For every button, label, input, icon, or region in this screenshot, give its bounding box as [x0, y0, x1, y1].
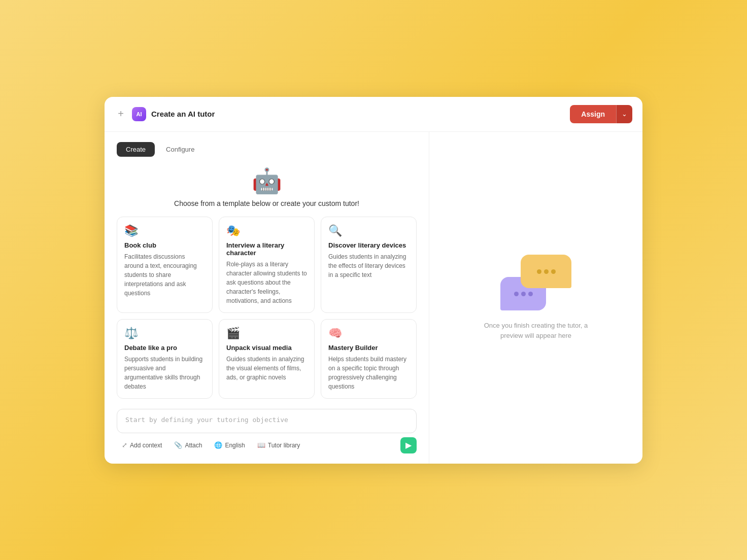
cards-grid: 📚 Book club Facilitates discussions arou… [117, 217, 417, 399]
ai-badge: AI [132, 107, 146, 121]
card-interview[interactable]: 🎭 Interview a literary character Role-pl… [219, 217, 315, 313]
dot-1 [514, 292, 519, 296]
modal: + AI Create an AI tutor Assign ⌄ Create … [105, 97, 642, 464]
card-book-club[interactable]: 📚 Book club Facilitates discussions arou… [117, 217, 213, 313]
hero-text: Choose from a template below or create y… [174, 199, 359, 207]
book-club-icon: 📚 [124, 224, 205, 237]
card-literary-devices-title: Discover literary devices [328, 241, 409, 249]
language-icon: 🌐 [214, 441, 222, 449]
card-mastery-builder[interactable]: 🧠 Mastery Builder Helps students build m… [321, 319, 417, 399]
interview-icon: 🎭 [226, 224, 307, 237]
modal-body: Create Configure 🤖 Choose from a templat… [105, 132, 642, 464]
robot-icon: 🤖 [252, 167, 282, 195]
attach-label: Attach [185, 442, 202, 449]
left-panel: Create Configure 🤖 Choose from a templat… [105, 132, 429, 464]
dot-2 [521, 292, 526, 296]
card-interview-title: Interview a literary character [226, 241, 307, 257]
assign-btn-group: Assign ⌄ [570, 105, 632, 123]
input-area: ⤢ Add context 📎 Attach 🌐 English 📖 Tutor… [117, 409, 417, 453]
card-debate-desc: Supports students in building persuasive… [124, 355, 205, 391]
tab-row: Create Configure [117, 142, 417, 157]
hero-section: 🤖 Choose from a template below or create… [117, 167, 417, 207]
dot-3 [528, 292, 533, 296]
card-literary-devices[interactable]: 🔍 Discover literary devices Guides stude… [321, 217, 417, 313]
tutor-library-label: Tutor library [268, 442, 300, 449]
add-context-icon: ⤢ [122, 441, 127, 449]
card-debate-title: Debate like a pro [124, 344, 205, 352]
card-interview-desc: Role-plays as a literary character allow… [226, 260, 307, 305]
modal-header: + AI Create an AI tutor Assign ⌄ [105, 97, 642, 132]
dot-5 [544, 269, 549, 274]
tab-create[interactable]: Create [117, 142, 155, 157]
add-context-button[interactable]: ⤢ Add context [117, 438, 167, 452]
tutoring-objective-input[interactable] [117, 409, 417, 433]
tab-configure[interactable]: Configure [157, 142, 203, 157]
card-debate[interactable]: ⚖️ Debate like a pro Supports students i… [117, 319, 213, 399]
card-mastery-builder-desc: Helps students build mastery on a specif… [328, 355, 409, 391]
chat-illustration [500, 255, 571, 310]
chat-bubble-yellow [521, 255, 571, 288]
preview-text: Once you finish creating the tutor, a pr… [480, 321, 592, 340]
visual-media-icon: 🎬 [226, 327, 307, 340]
card-book-club-desc: Facilitates discussions around a text, e… [124, 252, 205, 298]
send-button[interactable]: ▶ [400, 437, 417, 453]
card-mastery-builder-title: Mastery Builder [328, 344, 409, 352]
card-visual-media-title: Unpack visual media [226, 344, 307, 352]
toolbar-row: ⤢ Add context 📎 Attach 🌐 English 📖 Tutor… [117, 437, 417, 453]
card-book-club-title: Book club [124, 241, 205, 249]
debate-icon: ⚖️ [124, 327, 205, 340]
english-button[interactable]: 🌐 English [209, 438, 250, 452]
library-icon: 📖 [257, 441, 265, 449]
add-context-label: Add context [130, 442, 162, 449]
card-visual-media-desc: Guides students in analyzing the visual … [226, 355, 307, 382]
dot-4 [537, 269, 541, 274]
plus-icon[interactable]: + [115, 108, 127, 120]
english-label: English [225, 442, 245, 449]
attach-button[interactable]: 📎 Attach [169, 438, 207, 452]
literary-devices-icon: 🔍 [328, 224, 409, 237]
right-panel: Once you finish creating the tutor, a pr… [429, 132, 642, 464]
card-visual-media[interactable]: 🎬 Unpack visual media Guides students in… [219, 319, 315, 399]
attach-icon: 📎 [174, 441, 182, 449]
assign-chevron-button[interactable]: ⌄ [616, 105, 632, 123]
mastery-builder-icon: 🧠 [328, 327, 409, 340]
tutor-library-button[interactable]: 📖 Tutor library [252, 438, 305, 452]
assign-button[interactable]: Assign [570, 105, 616, 123]
dot-6 [551, 269, 556, 274]
card-literary-devices-desc: Guides students in analyzing the effects… [328, 252, 409, 279]
modal-title: Create an AI tutor [151, 110, 565, 118]
